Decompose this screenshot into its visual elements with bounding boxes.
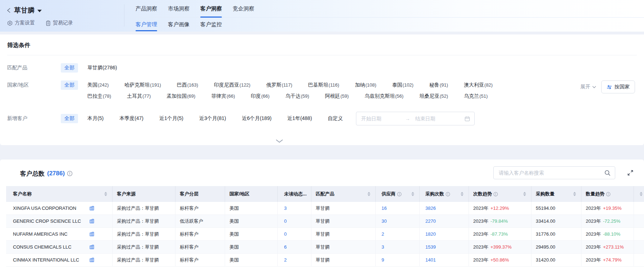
company-report-icon[interactable] [90,206,94,211]
sort-carets-icon[interactable] [411,192,414,196]
company-report-icon[interactable] [90,219,94,223]
tab-competitor-insight[interactable]: 竞企洞察 [233,0,254,17]
filter-new-customer-all-chip[interactable]: 全部 [61,114,78,123]
sort-carets-icon[interactable] [573,192,576,196]
title-dropdown-caret-icon[interactable] [37,10,42,12]
back-icon[interactable] [6,8,11,13]
scheme-settings-button[interactable]: 方案设置 [7,20,35,26]
info-icon[interactable] [397,192,402,197]
scheme-settings-label: 方案设置 [15,20,35,26]
company-report-icon[interactable] [90,232,94,236]
country-item[interactable]: 坦桑尼亚(52) [419,93,448,100]
country-item[interactable]: 澳大利亚(82) [464,82,493,88]
unread-count-link[interactable]: 0 [284,218,287,224]
tab-customer-insight[interactable]: 客户洞察 [200,0,222,17]
date-range-picker[interactable]: → [356,112,475,125]
col-suppliers[interactable]: 供应商 [376,186,420,202]
suppliers-link[interactable]: 2 [382,231,384,237]
filter-product-all-chip[interactable]: 全部 [61,63,78,73]
customer-name-link[interactable]: NUFARM AMERICAS INC [13,231,68,237]
sort-carets-icon[interactable] [640,192,643,196]
country-item[interactable]: 加纳(108) [355,82,376,88]
collapse-filters-button[interactable] [274,138,285,144]
subtab-customer-management[interactable]: 客户管理 [136,18,157,32]
sort-carets-icon[interactable] [104,192,107,196]
period-item[interactable]: 近1个月(5) [159,115,183,122]
expand-countries-toggle[interactable]: 展开 [580,84,596,90]
col-count-trend[interactable]: 次数趋势 [469,186,531,202]
period-item[interactable]: 本月(5) [87,115,104,122]
country-item[interactable]: 乌干达(59) [286,93,309,100]
country-item[interactable]: 印度尼西亚(122) [214,82,250,88]
purchases-link[interactable]: 1401 [425,257,436,263]
sort-carets-icon[interactable] [523,192,526,196]
purchases-link[interactable]: 1539 [425,244,436,250]
unread-count-link[interactable]: 0 [284,231,287,237]
customer-name-link[interactable]: CONSUS CHEMICALS LLC [13,244,72,250]
country-item[interactable]: 土耳其(77) [127,93,151,100]
filter-country-all-chip[interactable]: 全部 [61,80,78,90]
suppliers-link[interactable]: 16 [382,205,387,211]
fullscreen-icon[interactable] [627,170,634,176]
col-purchase-count[interactable]: 采购次数 [420,186,469,202]
start-date-input[interactable] [361,116,404,121]
trade-records-button[interactable]: 贸易记录 [46,20,73,26]
purchases-link[interactable]: 1820 [425,231,436,237]
unread-count-link[interactable]: 6 [284,244,287,250]
country-item[interactable]: 秘鲁(91) [429,82,448,88]
company-report-icon[interactable] [90,245,94,249]
country-item[interactable]: 巴西(163) [177,82,198,88]
tab-market-insight[interactable]: 市场洞察 [168,0,189,17]
end-date-input[interactable] [415,116,458,121]
country-item[interactable]: 美国(242) [87,82,109,88]
country-item[interactable]: 印度(66) [251,93,270,100]
customer-name-link[interactable]: CINMAX INTERNATIONAL LLC [13,257,79,263]
filter-product-item[interactable]: 草甘膦(2786) [87,65,117,71]
country-item[interactable]: 乌克兰(51) [464,93,488,100]
custom-period-button[interactable]: 自定义 [328,115,343,122]
customer-name-link[interactable]: GENERIC CROP SCIENCE LLC [13,218,81,224]
company-report-icon[interactable] [90,258,94,262]
info-icon[interactable] [493,192,498,197]
cell-partial [634,215,644,227]
period-item[interactable]: 近3个月(81) [199,115,226,122]
country-item[interactable]: 巴拉圭(78) [87,93,111,100]
country-item[interactable]: 哈萨克斯坦(191) [124,82,161,88]
sort-carets-icon[interactable] [367,192,370,196]
col-matched-product[interactable]: 匹配产品 [311,186,376,202]
info-icon[interactable] [67,171,73,176]
period-item[interactable]: 近6个月(189) [242,115,271,122]
country-item[interactable]: 阿根廷(59) [325,93,349,100]
info-icon[interactable] [606,192,611,197]
info-icon[interactable] [446,192,450,197]
country-item[interactable]: 孟加拉国(69) [166,93,195,100]
country-item[interactable]: 泰国(102) [392,82,414,88]
customer-name-link[interactable]: XINGFA USA CORPORATION [13,205,76,211]
col-customer-name[interactable]: 客户名称 [6,186,113,202]
col-purchase-quantity[interactable]: 采购数量 [531,186,581,202]
sort-carets-icon[interactable] [461,192,463,196]
date-range-arrow-icon: → [405,116,410,121]
search-icon[interactable] [604,170,611,176]
subtab-customer-monitor[interactable]: 客户监控 [200,18,222,32]
subtab-customer-profile[interactable]: 客户画像 [168,18,189,32]
purchases-link[interactable]: 2270 [425,218,436,224]
unread-count-link[interactable]: 3 [284,205,287,211]
calendar-icon[interactable] [465,116,470,121]
suppliers-link[interactable]: 30 [382,218,387,224]
country-item[interactable]: 菲律宾(66) [211,93,235,100]
country-item[interactable]: 巴基斯坦(116) [308,82,339,88]
period-item[interactable]: 近1年(488) [287,115,312,122]
unread-count-link[interactable]: 2 [284,257,287,263]
cell-product: 草甘膦 [311,228,376,240]
suppliers-link[interactable]: 3 [382,244,384,250]
purchases-link[interactable]: 3826 [425,205,436,211]
period-item[interactable]: 本季度(47) [119,115,143,122]
tab-product-insight[interactable]: 产品洞察 [136,0,157,17]
customer-search-input[interactable] [499,170,604,176]
country-item[interactable]: 乌兹别克斯坦(56) [365,93,403,100]
suppliers-link[interactable]: 9 [382,257,384,263]
by-country-button[interactable]: 按国家 [601,80,635,93]
country-item[interactable]: 俄罗斯(117) [266,82,292,88]
col-quantity-trend[interactable]: 数量趋势 [581,186,634,202]
